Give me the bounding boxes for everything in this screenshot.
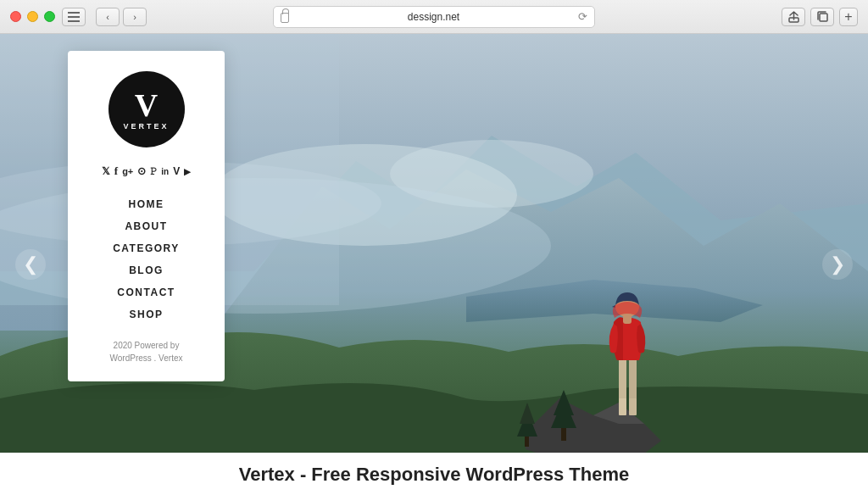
sidebar-toggle-button[interactable] (62, 8, 86, 26)
nav-about[interactable]: ABOUT (85, 215, 208, 237)
svg-rect-9 (525, 437, 529, 447)
browser-actions: + (782, 8, 858, 26)
traffic-lights (10, 11, 55, 22)
logo-name: VERTEX (123, 122, 169, 131)
sidebar-panel: V VERTEX 𝕏 f g+ ⊙ 𝙿 in V ▶ HOME ABOUT CA… (68, 51, 225, 381)
nav-contact[interactable]: CONTACT (85, 281, 208, 303)
main-content: ❮ ❯ V VERTEX 𝕏 f g+ ⊙ 𝙿 in V ▶ HOME ABOU… (0, 34, 868, 495)
close-button[interactable] (10, 11, 21, 22)
svg-rect-4 (820, 14, 827, 21)
svg-rect-8 (561, 428, 566, 441)
facebook-icon[interactable]: f (114, 164, 118, 178)
page-footer: Vertex - Free Responsive WordPress Theme (0, 453, 868, 495)
duplicate-button[interactable] (810, 8, 834, 26)
nav-category[interactable]: CATEGORY (85, 237, 208, 259)
main-nav: HOME ABOUT CATEGORY BLOG CONTACT SHOP (85, 193, 208, 325)
ssl-lock-icon (281, 13, 289, 23)
svg-rect-13 (629, 398, 637, 415)
footer-line1: 2020 Powered by (114, 341, 180, 350)
svg-rect-11 (629, 356, 637, 403)
googleplus-icon[interactable]: g+ (122, 166, 133, 176)
logo-letter: V (135, 89, 158, 121)
maximize-button[interactable] (44, 11, 55, 22)
reload-button[interactable]: ⟳ (578, 10, 587, 23)
forward-button[interactable]: › (123, 8, 147, 26)
instagram-icon[interactable]: ⊙ (137, 165, 146, 177)
twitter-icon[interactable]: 𝕏 (102, 165, 110, 177)
svg-rect-1 (68, 16, 80, 18)
svg-rect-0 (68, 12, 80, 14)
svg-rect-10 (619, 356, 626, 403)
nav-buttons: ‹ › (96, 8, 147, 26)
address-bar[interactable]: dessign.net ⟳ (273, 6, 595, 28)
youtube-icon[interactable]: ▶ (184, 167, 191, 176)
page-title: Vertex - Free Responsive WordPress Theme (239, 464, 630, 486)
nav-shop[interactable]: SHOP (85, 303, 208, 325)
url-text: dessign.net (294, 11, 573, 23)
nav-blog[interactable]: BLOG (85, 259, 208, 281)
pinterest-icon[interactable]: 𝙿 (150, 165, 157, 177)
share-button[interactable] (782, 8, 805, 26)
prev-slide-button[interactable]: ❮ (15, 249, 46, 280)
svg-rect-12 (619, 398, 626, 415)
new-tab-button[interactable]: + (839, 8, 858, 26)
vimeo-icon[interactable]: V (173, 165, 180, 177)
footer-line2: WordPress . Vertex (110, 353, 183, 363)
site-logo[interactable]: V VERTEX (108, 71, 185, 147)
next-slide-button[interactable]: ❯ (822, 249, 853, 280)
back-button[interactable]: ‹ (96, 8, 120, 26)
linkedin-icon[interactable]: in (161, 167, 169, 176)
svg-rect-2 (68, 20, 80, 22)
social-icons-bar: 𝕏 f g+ ⊙ 𝙿 in V ▶ (102, 164, 191, 178)
browser-chrome: ‹ › dessign.net ⟳ + (0, 0, 868, 34)
sidebar-footer: 2020 Powered by WordPress . Vertex (110, 339, 183, 364)
nav-home[interactable]: HOME (85, 193, 208, 215)
minimize-button[interactable] (27, 11, 38, 22)
